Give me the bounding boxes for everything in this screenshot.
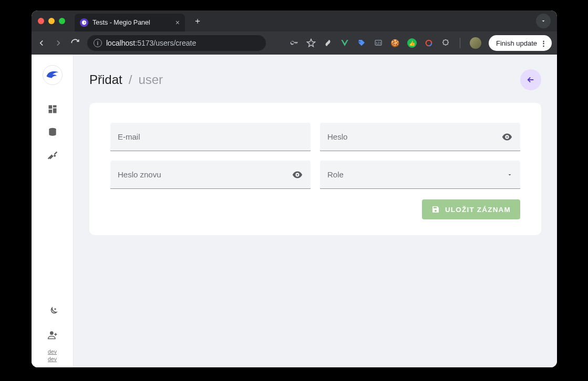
- sidebar-nav-tools[interactable]: [42, 145, 63, 166]
- breadcrumb-action: Přidat: [89, 72, 122, 87]
- sidebar-footer-label-2[interactable]: dev: [48, 356, 57, 362]
- role-label: Role: [327, 170, 507, 179]
- sidebar-footer-label-1[interactable]: dev: [48, 348, 57, 355]
- site-info-icon[interactable]: i: [94, 39, 102, 47]
- browser-window: Tests - Megio Panel × ＋ i localhost:5173…: [32, 10, 557, 367]
- password-field[interactable]: Heslo: [320, 123, 520, 151]
- window-minimize-button[interactable]: [48, 18, 55, 24]
- window-close-button[interactable]: [38, 18, 44, 24]
- tabs-overview-button[interactable]: [536, 14, 551, 28]
- save-button[interactable]: Uložit záznam: [422, 199, 520, 219]
- svg-rect-6: [48, 110, 52, 113]
- svg-rect-4: [53, 105, 56, 108]
- password-again-visibility-toggle[interactable]: [292, 169, 303, 181]
- main-content: Přidat / user E-mail Heslo: [74, 55, 557, 367]
- save-button-label: Uložit záznam: [445, 206, 511, 214]
- password-key-icon[interactable]: [290, 38, 299, 48]
- page-header: Přidat / user: [89, 69, 541, 90]
- email-label: E-mail: [118, 132, 303, 141]
- nav-forward-button[interactable]: [54, 38, 63, 48]
- browser-tab-strip: Tests - Megio Panel × ＋: [32, 10, 557, 31]
- extensions-puzzle-icon[interactable]: [441, 38, 450, 48]
- breadcrumb: Přidat / user: [89, 72, 163, 87]
- app-root: dev dev Přidat / user E-mail: [32, 55, 557, 367]
- svg-point-8: [50, 331, 54, 335]
- finish-update-label: Finish update: [496, 39, 537, 47]
- password-label: Heslo: [327, 132, 501, 141]
- tab-close-button[interactable]: ×: [176, 18, 180, 27]
- toolbar-divider: [460, 38, 460, 48]
- breadcrumb-entity: user: [138, 72, 163, 87]
- form-actions: Uložit záznam: [110, 199, 520, 219]
- form-grid: E-mail Heslo Heslo znovu: [110, 123, 520, 189]
- eye-icon: [292, 169, 303, 181]
- sidebar-nav-dashboard[interactable]: [42, 99, 63, 120]
- finish-update-button[interactable]: Finish update ⋮: [489, 35, 552, 51]
- sidebar-nav-database[interactable]: [42, 122, 63, 143]
- breadcrumb-separator: /: [129, 72, 132, 87]
- window-controls: [38, 18, 65, 24]
- url-bar[interactable]: i localhost:5173/users/create: [87, 35, 266, 51]
- caret-down-icon: [507, 172, 513, 178]
- arrow-left-icon: [526, 75, 535, 84]
- back-button[interactable]: [520, 69, 541, 90]
- sidebar-theme-toggle[interactable]: [42, 301, 63, 322]
- sidebar: dev dev: [32, 55, 74, 367]
- browser-toolbar: i localhost:5173/users/create: [32, 31, 557, 55]
- extension-tag-icon[interactable]: [357, 38, 366, 48]
- extension-thumbsup-icon[interactable]: 👍: [407, 38, 417, 48]
- bookmark-star-icon[interactable]: [306, 38, 316, 48]
- browser-tab[interactable]: Tests - Megio Panel ×: [75, 14, 185, 31]
- app-logo[interactable]: [43, 65, 63, 85]
- password-visibility-toggle[interactable]: [501, 131, 513, 143]
- kebab-icon: ⋮: [540, 39, 546, 47]
- extension-cookie-icon[interactable]: 🍪: [390, 38, 400, 48]
- extension-svelte-icon[interactable]: [323, 38, 333, 48]
- sidebar-add-user[interactable]: [42, 324, 63, 345]
- extension-devtools-icon[interactable]: [374, 38, 383, 48]
- url-text: localhost:5173/users/create: [106, 39, 196, 47]
- extension-circle-icon[interactable]: [424, 38, 434, 48]
- role-select[interactable]: Role: [320, 161, 520, 189]
- extension-vue-icon[interactable]: [340, 38, 349, 48]
- save-icon: [431, 205, 440, 214]
- toolbar-actions: 🍪 👍 Finish update ⋮: [290, 35, 552, 51]
- profile-avatar[interactable]: [470, 37, 481, 49]
- svg-rect-3: [48, 105, 52, 109]
- password-again-field[interactable]: Heslo znovu: [110, 161, 311, 189]
- window-maximize-button[interactable]: [59, 18, 65, 24]
- tab-favicon: [80, 18, 88, 27]
- password-again-label: Heslo znovu: [118, 170, 292, 179]
- nav-back-button[interactable]: [37, 38, 46, 48]
- role-dropdown-arrow: [507, 172, 513, 178]
- email-field[interactable]: E-mail: [110, 123, 311, 151]
- nav-reload-button[interactable]: [70, 38, 80, 48]
- tab-title: Tests - Megio Panel: [92, 19, 150, 26]
- eye-icon: [501, 131, 513, 143]
- form-card: E-mail Heslo Heslo znovu: [89, 103, 541, 235]
- svg-rect-5: [53, 108, 56, 113]
- new-tab-button[interactable]: ＋: [189, 16, 206, 27]
